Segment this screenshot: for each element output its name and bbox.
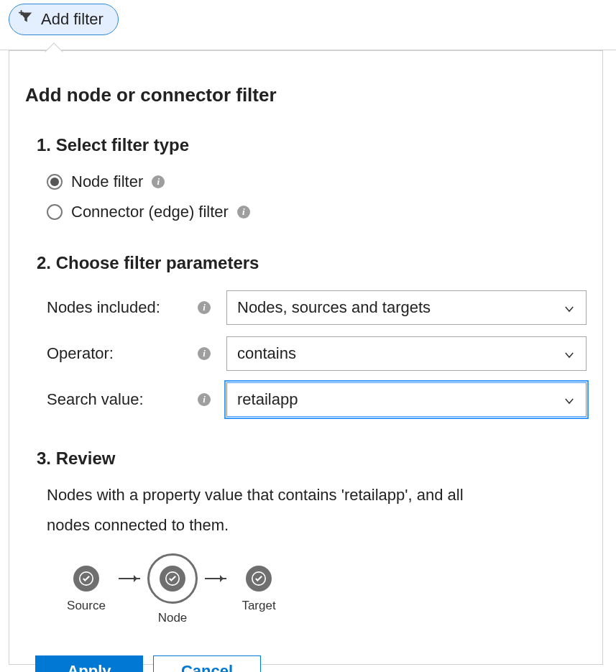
radio-row-connector[interactable]: Connector (edge) filter i: [25, 197, 587, 227]
arrow-icon: [119, 578, 140, 579]
info-icon[interactable]: i: [198, 393, 211, 406]
operator-label: Operator:: [47, 344, 190, 363]
search-value-label: Search value:: [47, 390, 190, 409]
info-icon[interactable]: i: [237, 206, 250, 218]
section-parameters: 2. Choose filter parameters Nodes includ…: [25, 253, 587, 423]
diagram-node-label: Node: [158, 611, 188, 625]
chevron-down-icon: [563, 393, 576, 406]
radio-node-filter[interactable]: [47, 174, 63, 190]
operator-select[interactable]: contains: [226, 336, 587, 371]
radio-node-label: Node filter: [71, 172, 143, 191]
chevron-down-icon: [563, 347, 576, 360]
top-bar: Add filter: [0, 0, 616, 50]
chevron-down-icon: [563, 301, 576, 314]
add-filter-button[interactable]: Add filter: [9, 4, 119, 35]
panel-title: Add node or connector filter: [25, 84, 587, 106]
info-icon[interactable]: i: [198, 301, 211, 314]
diagram-target: Target: [225, 566, 293, 613]
diagram-source-label: Source: [67, 599, 106, 613]
check-icon: [73, 566, 99, 592]
search-value-value: retailapp: [237, 390, 298, 409]
section-select-type: 1. Select filter type Node filter i Conn…: [25, 135, 587, 227]
filter-add-icon: [18, 9, 34, 29]
add-filter-label: Add filter: [41, 10, 104, 29]
param-row-search-value: Search value: i retailapp: [25, 377, 587, 423]
cancel-button[interactable]: Cancel: [153, 655, 261, 672]
radio-row-node[interactable]: Node filter i: [25, 167, 587, 197]
radio-connector-label: Connector (edge) filter: [71, 203, 229, 221]
review-diagram: Source Node Target: [25, 540, 587, 625]
radio-connector-filter[interactable]: [47, 204, 63, 220]
section2-heading: 2. Choose filter parameters: [25, 253, 587, 273]
arrow-icon: [205, 578, 226, 579]
section1-heading: 1. Select filter type: [25, 135, 587, 155]
diagram-node: Node: [139, 553, 206, 625]
apply-button[interactable]: Apply: [35, 655, 143, 672]
diagram-source: Source: [52, 566, 120, 613]
review-text: Nodes with a property value that contain…: [25, 480, 485, 540]
section-review: 3. Review Nodes with a property value th…: [25, 448, 587, 625]
nodes-included-select[interactable]: Nodes, sources and targets: [226, 290, 587, 325]
operator-value: contains: [237, 344, 296, 363]
button-row: Apply Cancel: [25, 655, 587, 672]
info-icon[interactable]: i: [152, 175, 165, 188]
nodes-included-value: Nodes, sources and targets: [237, 298, 431, 317]
info-icon[interactable]: i: [198, 347, 211, 360]
diagram-target-label: Target: [242, 599, 275, 613]
check-icon: [246, 566, 272, 592]
param-row-operator: Operator: i contains: [25, 331, 587, 377]
ring-icon: [147, 553, 198, 604]
section3-heading: 3. Review: [25, 448, 587, 469]
filter-panel: Add node or connector filter 1. Select f…: [9, 50, 603, 665]
param-row-nodes-included: Nodes included: i Nodes, sources and tar…: [25, 285, 587, 331]
search-value-select[interactable]: retailapp: [226, 382, 587, 417]
check-icon: [160, 566, 185, 592]
nodes-included-label: Nodes included:: [47, 298, 190, 317]
